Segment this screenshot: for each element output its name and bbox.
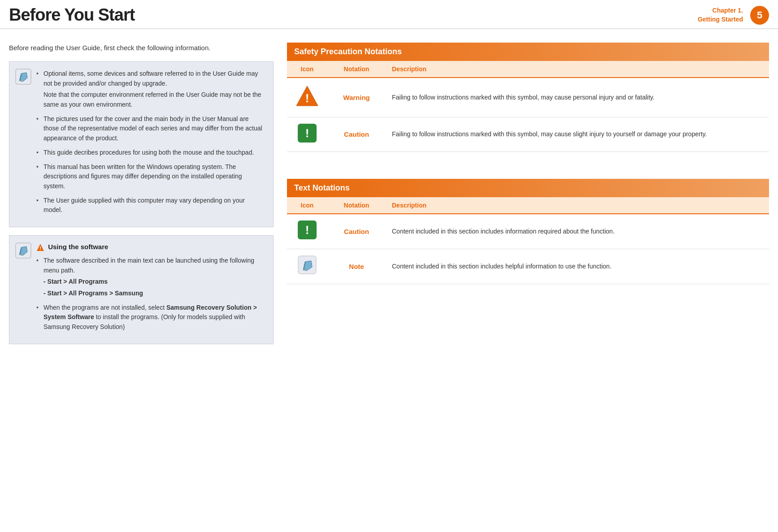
page-badge: 5	[750, 6, 769, 25]
page-title: Before You Start	[9, 5, 135, 25]
section-gap-1	[287, 165, 769, 179]
caution-box-icon	[298, 124, 317, 143]
main-content: Before reading the User Guide, first che…	[0, 29, 778, 353]
software-item-2: When the programs are not installed, sel…	[36, 303, 265, 332]
caution-description-cell: Failing to follow instructions marked wi…	[386, 117, 769, 152]
warning-icon-cell: !	[287, 78, 327, 117]
warning-notation-cell: Warning	[327, 78, 386, 117]
text-note-notation-cell: Note	[327, 249, 386, 284]
right-column: Safety Precaution Notations Icon Notatio…	[287, 43, 769, 344]
safety-section-header: Safety Precaution Notations	[287, 43, 769, 61]
pencil-icon-2	[15, 242, 32, 259]
table-row: ! Warning Failing to follow instructions…	[287, 78, 769, 117]
software-box-title: ! Using the software	[36, 243, 265, 251]
info-list: Optional items, some devices and softwar…	[36, 69, 265, 215]
caution-icon-cell	[287, 117, 327, 152]
svg-text:!: !	[39, 246, 41, 251]
pencil-icon	[15, 68, 32, 85]
text-note-description-cell: Content included in this section include…	[386, 249, 769, 284]
page-header: Before You Start Chapter 1. Getting Star…	[0, 0, 778, 29]
warning-triangle-icon: !	[296, 84, 319, 108]
info-item-5: The User guide supplied with this comput…	[36, 196, 265, 215]
caution-notation-cell: Caution	[327, 117, 386, 152]
text-caution-icon-cell	[287, 214, 327, 249]
menu-path-2: - Start > All Programs > Samsung	[43, 289, 265, 298]
table-row: Caution Content included in this section…	[287, 214, 769, 249]
table-row: Caution Failing to follow instructions m…	[287, 117, 769, 152]
svg-text:!: !	[305, 91, 309, 105]
samsung-recovery-text: Samsung Recovery Solution > System Softw…	[43, 304, 257, 321]
text-note-icon-cell	[287, 249, 327, 284]
software-icon-left	[15, 242, 32, 260]
software-box: ! Using the software The software descri…	[9, 235, 274, 344]
safety-col-notation: Notation	[327, 61, 386, 78]
info-item-2: The pictures used for the cover and the …	[36, 114, 265, 143]
chapter-info: Chapter 1. Getting Started 5	[698, 6, 769, 25]
left-column: Before reading the User Guide, first che…	[9, 43, 287, 344]
note-pencil-icon	[298, 255, 317, 274]
software-list: The software described in the main text …	[36, 256, 265, 332]
safety-col-icon: Icon	[287, 61, 327, 78]
info-item-3: This guide decribes procedures for using…	[36, 148, 265, 158]
text-notations-table: Icon Notation Description Caution Conten…	[287, 197, 769, 284]
text-table-header-row: Icon Notation Description	[287, 197, 769, 214]
software-item-1: The software described in the main text …	[36, 256, 265, 298]
note-icon-left	[15, 68, 32, 87]
text-col-icon: Icon	[287, 197, 327, 214]
text-caution-description-cell: Content included in this section include…	[386, 214, 769, 249]
table-row: Note Content included in this section in…	[287, 249, 769, 284]
menu-path-1: - Start > All Programs	[43, 277, 265, 287]
warning-description-cell: Failing to follow instructions marked wi…	[386, 78, 769, 117]
chapter-label: Chapter 1. Getting Started	[698, 6, 743, 24]
text-caution-notation-cell: Caution	[327, 214, 386, 249]
info-item-4: This manual has been written for the Win…	[36, 162, 265, 191]
safety-table: Icon Notation Description !	[287, 61, 769, 152]
text-col-description: Description	[386, 197, 769, 214]
safety-col-description: Description	[386, 61, 769, 78]
text-col-notation: Notation	[327, 197, 386, 214]
intro-text: Before reading the User Guide, first che…	[9, 43, 274, 53]
info-item-1: Optional items, some devices and softwar…	[36, 69, 265, 110]
info-sub-note: Note that the computer environment refer…	[43, 90, 265, 109]
text-caution-box-icon	[298, 221, 317, 239]
text-section-header: Text Notations	[287, 179, 769, 197]
info-box: Optional items, some devices and softwar…	[9, 61, 274, 227]
safety-table-header-row: Icon Notation Description	[287, 61, 769, 78]
software-title-icon: !	[36, 243, 44, 251]
